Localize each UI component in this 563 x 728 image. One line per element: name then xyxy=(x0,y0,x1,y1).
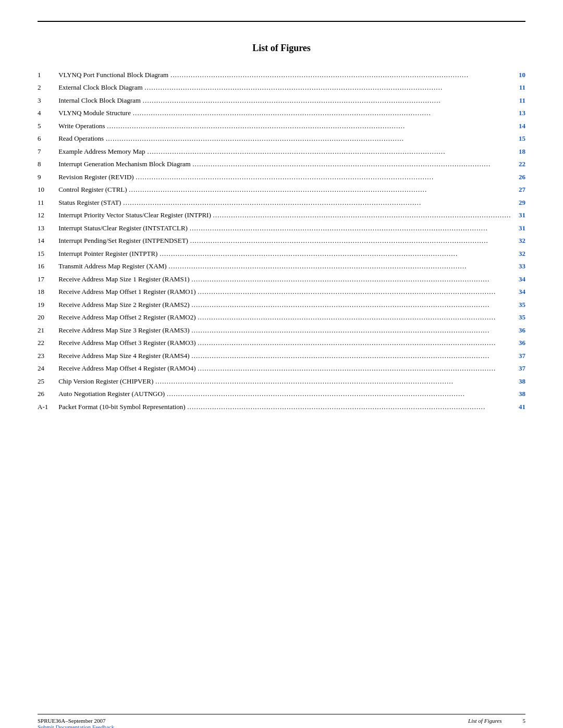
figure-entry: VLYNQ Port Functional Block Diagram …………… xyxy=(58,68,525,81)
figure-number: 13 xyxy=(38,221,58,235)
figure-number: 22 xyxy=(38,337,58,350)
figure-page[interactable]: 27 xyxy=(511,184,525,195)
leader-dots: …………………………………………………………………………………………………………… xyxy=(168,70,511,80)
leader-dots: …………………………………………………………………………………………………………… xyxy=(189,274,511,285)
footer-right: List of Figures 5 xyxy=(468,718,525,724)
leader-dots: …………………………………………………………………………………………………………… xyxy=(165,389,511,399)
footer-page-number: 5 xyxy=(523,718,526,724)
footer: SPRUE36A–September 2007 Submit Documenta… xyxy=(38,714,525,728)
leader-dots: …………………………………………………………………………………………………………… xyxy=(134,172,511,182)
figure-entry: Receive Address Map Offset 3 Register (R… xyxy=(58,337,525,350)
figure-page[interactable]: 11 xyxy=(511,82,525,93)
leader-dots: …………………………………………………………………………………………………………… xyxy=(196,312,511,323)
footer-section: List of Figures xyxy=(468,718,501,724)
figure-page[interactable]: 15 xyxy=(511,133,525,144)
figure-page[interactable]: 41 xyxy=(511,402,525,412)
table-row: 15Interrupt Pointer Register (INTPTR) ……… xyxy=(38,247,525,260)
leader-dots: …………………………………………………………………………………………………………… xyxy=(196,338,511,348)
footer-left: SPRUE36A–September 2007 Submit Documenta… xyxy=(38,718,114,728)
figure-label: External Clock Block Diagram xyxy=(58,82,142,93)
leader-dots: …………………………………………………………………………………………………………… xyxy=(167,261,511,272)
figure-page[interactable]: 37 xyxy=(511,351,525,361)
figure-page[interactable]: 38 xyxy=(511,389,525,399)
figure-label: Write Operations xyxy=(58,121,105,131)
figure-number: 4 xyxy=(38,107,58,120)
figure-page[interactable]: 36 xyxy=(511,338,525,348)
figure-entry: Receive Address Map Size 1 Register (RAM… xyxy=(58,273,525,286)
leader-dots: …………………………………………………………………………………………………………… xyxy=(196,363,511,374)
figure-label: VLYNQ Module Structure xyxy=(58,108,131,118)
figure-number: 5 xyxy=(38,119,58,132)
leader-dots: …………………………………………………………………………………………………………… xyxy=(196,287,511,297)
figure-number: 21 xyxy=(38,324,58,337)
figure-label: Receive Address Map Offset 2 Register (R… xyxy=(58,312,195,323)
figure-page[interactable]: 31 xyxy=(511,210,525,220)
figure-page[interactable]: 22 xyxy=(511,159,525,169)
table-row: 16Transmit Address Map Register (XAM) ……… xyxy=(38,260,525,273)
figure-entry: Chip Version Register (CHIPVER) ……………………… xyxy=(58,375,525,388)
figure-page[interactable]: 33 xyxy=(511,261,525,272)
figure-entry: Receive Address Map Size 2 Register (RAM… xyxy=(58,298,525,311)
figure-entry: Receive Address Map Size 4 Register (RAM… xyxy=(58,349,525,362)
leader-dots: …………………………………………………………………………………………………………… xyxy=(105,121,511,131)
figure-label: Receive Address Map Size 1 Register (RAM… xyxy=(58,274,189,285)
table-row: 19Receive Address Map Size 2 Register (R… xyxy=(38,298,525,311)
figure-number: 15 xyxy=(38,247,58,260)
figure-entry: Status Register (STAT) ……………………………………………… xyxy=(58,196,525,209)
figure-page[interactable]: 36 xyxy=(511,325,525,336)
figure-entry: Interrupt Pending/Set Register (INTPENDS… xyxy=(58,235,525,248)
leader-dots: …………………………………………………………………………………………………………… xyxy=(188,236,511,246)
table-row: 2External Clock Block Diagram …………………………… xyxy=(38,81,525,94)
figure-number: 3 xyxy=(38,94,58,107)
figure-page[interactable]: 32 xyxy=(511,249,525,259)
figure-page[interactable]: 34 xyxy=(511,274,525,285)
figure-label: Receive Address Map Size 3 Register (RAM… xyxy=(58,325,189,336)
figure-page[interactable]: 35 xyxy=(511,312,525,323)
figure-entry: Transmit Address Map Register (XAM) …………… xyxy=(58,260,525,273)
figure-number: 2 xyxy=(38,81,58,94)
table-row: 25Chip Version Register (CHIPVER) ………………… xyxy=(38,375,525,388)
figure-entry: Interrupt Generation Mechanism Block Dia… xyxy=(58,158,525,171)
figure-label: Receive Address Map Size 4 Register (RAM… xyxy=(58,351,189,361)
figure-entry: VLYNQ Module Structure ……………………………………………… xyxy=(58,107,525,120)
figure-page[interactable]: 38 xyxy=(511,376,525,387)
figure-page[interactable]: 35 xyxy=(511,300,525,310)
table-row: 26Auto Negotiation Register (AUTNGO) ………… xyxy=(38,388,525,401)
figure-page[interactable]: 34 xyxy=(511,287,525,297)
figure-number: 19 xyxy=(38,298,58,311)
figure-page[interactable]: 26 xyxy=(511,172,525,182)
figure-label: Internal Clock Block Diagram xyxy=(58,95,141,106)
figure-page[interactable]: 29 xyxy=(511,198,525,208)
content-area: List of Figures 1VLYNQ Port Functional B… xyxy=(0,22,563,455)
figure-page[interactable]: 13 xyxy=(511,108,525,118)
figure-page[interactable]: 32 xyxy=(511,236,525,246)
figure-entry: Write Operations ……………………………………………………………… xyxy=(58,119,525,132)
figure-number: 20 xyxy=(38,311,58,324)
table-row: 21Receive Address Map Size 3 Register (R… xyxy=(38,324,525,337)
leader-dots: …………………………………………………………………………………………………………… xyxy=(189,325,511,336)
figure-label: Example Address Memory Map xyxy=(58,146,145,157)
table-row: 12Interrupt Priority Vector Status/Clear… xyxy=(38,209,525,222)
table-row: 10Control Register (CTRL) ……………………………………… xyxy=(38,183,525,196)
figure-label: Interrupt Pointer Register (INTPTR) xyxy=(58,249,157,259)
leader-dots: …………………………………………………………………………………………………………… xyxy=(157,249,511,259)
leader-dots: …………………………………………………………………………………………………………… xyxy=(143,82,511,93)
figure-page[interactable]: 37 xyxy=(511,363,525,374)
figure-page[interactable]: 18 xyxy=(511,146,525,157)
figure-page[interactable]: 14 xyxy=(511,121,525,131)
figure-number: 11 xyxy=(38,196,58,209)
table-row: 18Receive Address Map Offset 1 Register … xyxy=(38,286,525,299)
figure-number: 25 xyxy=(38,375,58,388)
figure-page[interactable]: 10 xyxy=(511,70,525,80)
figure-entry: Revision Register (REVID) ……………………………………… xyxy=(58,170,525,183)
figure-label: Receive Address Map Offset 3 Register (R… xyxy=(58,338,195,348)
table-row: 5Write Operations …………………………………………………………… xyxy=(38,119,525,132)
figure-page[interactable]: 11 xyxy=(511,95,525,106)
feedback-link[interactable]: Submit Documentation Feedback xyxy=(38,724,114,728)
table-row: 7Example Address Memory Map ………………………………… xyxy=(38,145,525,158)
figure-label: Status Register (STAT) xyxy=(58,198,121,208)
figure-page[interactable]: 31 xyxy=(511,223,525,233)
figure-label: Receive Address Map Size 2 Register (RAM… xyxy=(58,300,189,310)
figure-label: Revision Register (REVID) xyxy=(58,172,133,182)
figure-label: Control Register (CTRL) xyxy=(58,184,127,195)
